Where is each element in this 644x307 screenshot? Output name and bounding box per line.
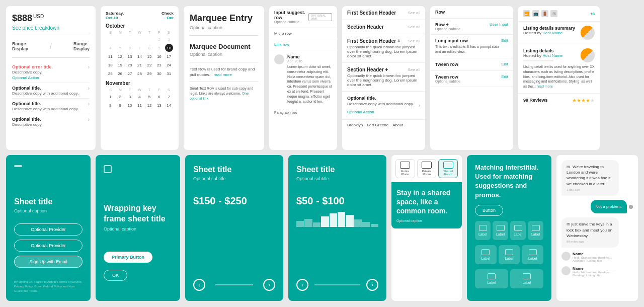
- cal-day-oct14[interactable]: 14: [135, 52, 143, 60]
- cal-day-oct15[interactable]: 15: [145, 52, 153, 60]
- read-more-link[interactable]: read more: [214, 72, 232, 77]
- nov-12[interactable]: 12: [145, 101, 153, 109]
- private-room-option[interactable]: Private Room: [417, 159, 437, 178]
- stepper-next-3[interactable]: ›: [263, 279, 275, 291]
- see-all-2[interactable]: See all: [408, 25, 420, 29]
- tween-2-flex: Tween row Optional subtitle Edit: [435, 74, 508, 83]
- cal-day-oct20[interactable]: 20: [126, 61, 134, 69]
- stepper-prev-4[interactable]: ‹: [296, 279, 308, 291]
- nov-5[interactable]: 5: [145, 93, 153, 101]
- sections-card: First Section Header See all Section Hea…: [342, 6, 425, 150]
- opt-link[interactable]: Optional Action: [347, 110, 374, 114]
- cal-day-oct13[interactable]: 13: [126, 52, 134, 60]
- see-all-4[interactable]: See all: [408, 67, 420, 72]
- more-badge[interactable]: +8: [590, 12, 595, 16]
- label-icon-4: [532, 225, 540, 231]
- stepper-prev-3[interactable]: ‹: [193, 279, 205, 291]
- nov-10[interactable]: 10: [126, 101, 134, 109]
- error-action-link[interactable]: Optional Action: [12, 75, 86, 80]
- nov-4[interactable]: 4: [135, 93, 143, 101]
- cal-day-oct21[interactable]: 21: [135, 61, 143, 69]
- host-name-link-2[interactable]: Host Name: [542, 53, 562, 58]
- cal-day-oct17[interactable]: 17: [165, 52, 173, 60]
- teal-checkbox-1[interactable]: [14, 165, 22, 167]
- price-breakdown-link[interactable]: See price breakdown: [12, 25, 90, 31]
- bottom-row: Sheet title Optional caption Optional Pr…: [6, 155, 638, 301]
- signup-email-btn[interactable]: Sign Up with Email: [14, 256, 83, 268]
- cal-day-oct18[interactable]: 18: [106, 61, 114, 69]
- host-name-link-1[interactable]: Host Name: [542, 31, 562, 35]
- cal-day-oct9[interactable]: 9: [155, 44, 163, 52]
- nov-3[interactable]: 3: [126, 93, 134, 101]
- cal-day-oct8[interactable]: 8: [145, 44, 153, 52]
- nov-9[interactable]: 9: [116, 101, 124, 109]
- cal-day-oct16[interactable]: 16: [155, 52, 163, 60]
- cal-empty: [116, 35, 124, 43]
- row-2-sub: Optional subtitle: [435, 27, 460, 31]
- cal-day-oct28[interactable]: 28: [135, 69, 143, 78]
- primary-button[interactable]: Primary Button: [104, 252, 152, 263]
- cal-day-oct26[interactable]: 26: [116, 69, 124, 78]
- range-row: RangeDisplay / RangeDisplay: [12, 39, 90, 53]
- cal-day-oct24[interactable]: 24: [165, 61, 173, 69]
- optional-provider-btn-1[interactable]: Optional Provider: [14, 223, 83, 236]
- cal-day-oct11[interactable]: 11: [106, 52, 114, 60]
- see-all-3[interactable]: See all: [408, 39, 420, 43]
- cal-day-oct23[interactable]: 23: [155, 61, 163, 69]
- chat-time-1: 1 day ago: [567, 188, 614, 192]
- listing-summary-row: Listing details summary Hosted by Host N…: [523, 26, 595, 40]
- cal-day-oct27[interactable]: 27: [126, 69, 134, 78]
- ok-button[interactable]: OK: [104, 270, 127, 281]
- cal-header: Saturday, Oct 10 Check Out: [106, 11, 174, 20]
- teal-subtitle-3: Optional subtitle: [193, 176, 275, 181]
- cal-day-oct31[interactable]: 31: [165, 69, 173, 78]
- cal-day-oct5[interactable]: 5: [116, 44, 124, 52]
- shared-room-option[interactable]: Shared Room: [438, 159, 458, 178]
- nov-14[interactable]: 14: [165, 101, 173, 109]
- shared-space-card: Entire Place Private Room Shared Room St…: [391, 155, 462, 301]
- day-s2: S: [164, 88, 174, 92]
- teal-card-1-content: Sheet title Optional caption Optional Pr…: [14, 197, 83, 272]
- cal-checkin: Saturday, Oct 10: [106, 11, 124, 20]
- interstitial-button[interactable]: Button: [475, 205, 503, 216]
- link-row[interactable]: Link row: [269, 39, 337, 50]
- nov-6[interactable]: 6: [155, 93, 163, 101]
- teal-checkbox-2[interactable]: [104, 165, 112, 173]
- nov-13[interactable]: 13: [155, 101, 163, 109]
- entire-place-option[interactable]: Entire Place: [395, 159, 415, 178]
- nov-8[interactable]: 8: [106, 101, 114, 109]
- cal-day-oct7[interactable]: 7: [135, 44, 143, 52]
- optional-provider-btn-2[interactable]: Optional Provider: [14, 240, 83, 252]
- stepper-next-4[interactable]: ›: [366, 279, 378, 291]
- cal-day-oct25[interactable]: 25: [106, 69, 114, 78]
- cal-day-oct10[interactable]: 10: [165, 44, 173, 52]
- nov-7[interactable]: 7: [165, 93, 173, 101]
- row-3-title: Long input row: [435, 38, 501, 43]
- cal-day-oct2[interactable]: 2: [155, 35, 163, 43]
- input-badge[interactable]: OPTIONAL LINK: [308, 13, 332, 21]
- cal-day-oct12[interactable]: 12: [116, 52, 124, 60]
- micro-row: Micro row: [269, 28, 337, 39]
- cal-day-oct6[interactable]: 6: [126, 44, 134, 52]
- cal-day-oct19[interactable]: 19: [116, 61, 124, 69]
- section-header-row-2: Section Header See all: [347, 24, 420, 30]
- cal-day-oct22[interactable]: 22: [145, 61, 153, 69]
- cal-day-oct4[interactable]: 4: [106, 44, 114, 52]
- marquee-document-title: Marquee Document: [190, 43, 258, 50]
- nov-11[interactable]: 11: [135, 101, 143, 109]
- october-days: 2 3 4 5 6 7 8 9 10 11 12 13 14 15 16 17 …: [106, 35, 174, 78]
- footer-about[interactable]: About: [392, 123, 403, 127]
- nov-1[interactable]: 1: [106, 93, 114, 101]
- row-3-edit[interactable]: Edit: [501, 38, 508, 43]
- nov-2[interactable]: 2: [116, 93, 124, 101]
- cal-day-oct30[interactable]: 30: [155, 69, 163, 78]
- cal-day-oct3[interactable]: 3: [165, 35, 173, 43]
- tween-2-edit[interactable]: Edit: [501, 74, 508, 79]
- tween-1-edit[interactable]: Edit: [501, 62, 508, 66]
- cal-day-oct29[interactable]: 29: [145, 69, 153, 78]
- see-all-1[interactable]: See all: [408, 11, 420, 15]
- listing-amenity-icons: 📶 📺 🚪 ⊞: [523, 10, 557, 17]
- listing-read-more[interactable]: read more: [537, 85, 553, 88]
- range-display-2: RangeDisplay: [73, 41, 90, 51]
- label-text-7: Label: [528, 257, 537, 260]
